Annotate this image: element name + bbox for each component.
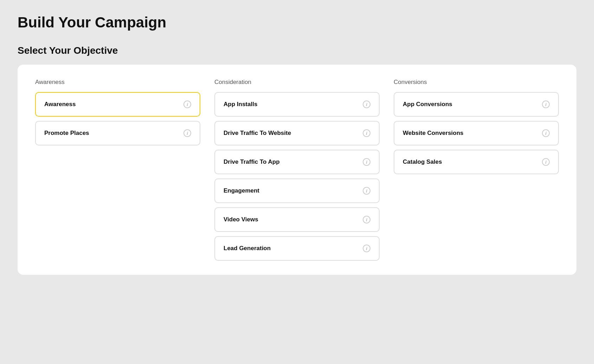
option-list-conversions: App ConversionsiWebsite ConversionsiCata… — [394, 92, 559, 174]
columns-container: AwarenessAwarenessiPromote PlacesiConsid… — [35, 79, 559, 261]
info-icon-website-conversions[interactable]: i — [542, 129, 550, 137]
option-label-drive-traffic-app: Drive Traffic To App — [224, 158, 280, 165]
option-label-drive-traffic-website: Drive Traffic To Website — [224, 130, 291, 137]
option-label-website-conversions: Website Conversions — [403, 130, 464, 137]
option-label-engagement: Engagement — [224, 187, 259, 194]
option-list-awareness: AwarenessiPromote Placesi — [35, 92, 200, 145]
option-label-app-installs: App Installs — [224, 101, 257, 108]
column-header-consideration: Consideration — [214, 79, 380, 86]
option-label-lead-generation: Lead Generation — [224, 245, 271, 252]
info-icon-lead-generation[interactable]: i — [363, 245, 370, 252]
option-btn-app-conversions[interactable]: App Conversionsi — [394, 92, 559, 117]
info-icon-app-installs[interactable]: i — [363, 100, 370, 108]
option-label-catalog-sales: Catalog Sales — [403, 158, 442, 165]
info-icon-engagement[interactable]: i — [363, 187, 370, 195]
column-header-awareness: Awareness — [35, 79, 200, 86]
info-icon-drive-traffic-website[interactable]: i — [363, 129, 370, 137]
option-btn-app-installs[interactable]: App Installsi — [214, 92, 380, 117]
option-btn-awareness[interactable]: Awarenessi — [35, 92, 200, 117]
objectives-card: AwarenessAwarenessiPromote PlacesiConsid… — [18, 65, 576, 275]
option-label-promote-places: Promote Places — [44, 130, 89, 137]
info-icon-video-views[interactable]: i — [363, 216, 370, 223]
option-btn-engagement[interactable]: Engagementi — [214, 178, 380, 203]
option-btn-website-conversions[interactable]: Website Conversionsi — [394, 121, 559, 145]
option-btn-catalog-sales[interactable]: Catalog Salesi — [394, 150, 559, 174]
column-consideration: ConsiderationApp InstallsiDrive Traffic … — [214, 79, 380, 261]
info-icon-catalog-sales[interactable]: i — [542, 158, 550, 166]
section-title: Select Your Objective — [18, 45, 576, 56]
info-icon-app-conversions[interactable]: i — [542, 100, 550, 108]
info-icon-awareness[interactable]: i — [183, 100, 191, 108]
info-icon-promote-places[interactable]: i — [183, 129, 191, 137]
column-awareness: AwarenessAwarenessiPromote Placesi — [35, 79, 200, 145]
option-btn-promote-places[interactable]: Promote Placesi — [35, 121, 200, 145]
column-header-conversions: Conversions — [394, 79, 559, 86]
option-label-video-views: Video Views — [224, 216, 258, 223]
option-btn-lead-generation[interactable]: Lead Generationi — [214, 236, 380, 261]
option-label-app-conversions: App Conversions — [403, 101, 452, 108]
option-btn-drive-traffic-app[interactable]: Drive Traffic To Appi — [214, 150, 380, 174]
option-label-awareness: Awareness — [44, 101, 76, 108]
option-btn-video-views[interactable]: Video Viewsi — [214, 207, 380, 232]
option-btn-drive-traffic-website[interactable]: Drive Traffic To Websitei — [214, 121, 380, 145]
column-conversions: ConversionsApp ConversionsiWebsite Conve… — [394, 79, 559, 174]
info-icon-drive-traffic-app[interactable]: i — [363, 158, 370, 166]
page-title: Build Your Campaign — [18, 14, 576, 31]
option-list-consideration: App InstallsiDrive Traffic To WebsiteiDr… — [214, 92, 380, 261]
